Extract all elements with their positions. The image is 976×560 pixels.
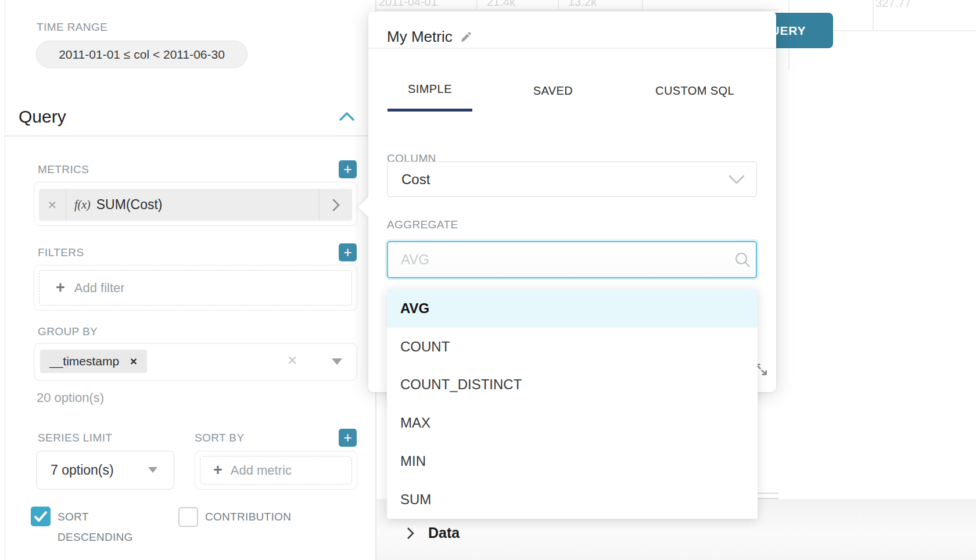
group-by-label: GROUP BY	[38, 325, 98, 338]
metric-expand-button[interactable]	[319, 189, 352, 221]
plus-icon: +	[56, 280, 65, 296]
add-metric-plus-button[interactable]: +	[339, 160, 357, 178]
group-by-select[interactable]: __timestamp ✕ ✕	[34, 343, 357, 380]
aggregate-label: AGGREGATE	[387, 218, 458, 231]
data-panel-header[interactable]: Data	[407, 525, 460, 541]
checkmark-icon	[31, 507, 51, 526]
control-panel: TIME RANGE 2011-01-01 ≤ col < 2011-06-30…	[0, 0, 375, 560]
plus-icon: +	[213, 462, 223, 478]
popover-header-divider	[368, 48, 776, 49]
group-by-chip-label: __timestamp	[49, 354, 119, 368]
popover-title: My Metric	[387, 28, 453, 46]
tab-simple[interactable]: SIMPLE	[387, 70, 472, 112]
section-divider	[5, 135, 372, 137]
table-cell-date: 2011-04-01	[379, 0, 437, 9]
group-by-chip[interactable]: __timestamp ✕	[40, 350, 147, 373]
option-min[interactable]: MIN	[387, 442, 758, 480]
clear-select-icon[interactable]: ✕	[287, 353, 297, 368]
filters-label: FILTERS	[38, 246, 84, 259]
contribution-label: CONTRIBUTION	[205, 507, 291, 527]
collapse-section-icon[interactable]	[339, 112, 355, 121]
add-sort-metric-plus-button[interactable]: +	[339, 429, 357, 447]
table-cell-value1: 21.4k	[487, 0, 515, 9]
caret-down-icon	[148, 467, 157, 473]
chevron-right-icon	[332, 199, 340, 211]
column-select-value: Cost	[401, 162, 430, 196]
column-select[interactable]: Cost	[387, 161, 757, 197]
function-icon: f(x)	[74, 198, 91, 211]
table-gridline	[873, 0, 874, 30]
tab-custom-sql[interactable]: CUSTOM SQL	[634, 70, 756, 112]
table-cell-value2: 13.2k	[568, 0, 597, 9]
add-filter-placeholder: Add filter	[74, 281, 125, 296]
panel-left-edge	[5, 0, 5, 560]
series-limit-select[interactable]: 7 option(s)	[36, 451, 174, 490]
aggregate-input[interactable]	[387, 241, 757, 278]
metric-tabs: SIMPLE SAVED CUSTOM SQL	[387, 70, 756, 112]
option-count[interactable]: COUNT	[387, 328, 758, 366]
sort-descending-label: SORT DESCENDING	[58, 507, 127, 547]
series-limit-label: SERIES LIMIT	[38, 432, 112, 444]
sort-by-container: + Add metric	[195, 451, 357, 490]
table-gridline	[476, 0, 478, 10]
table-gridline	[558, 0, 559, 10]
group-by-options-count: 20 option(s)	[37, 390, 104, 405]
add-filter-dropzone[interactable]: + Add filter	[39, 270, 352, 306]
time-range-label: TIME RANGE	[37, 21, 107, 34]
time-range-pill[interactable]: 2011-01-01 ≤ col < 2011-06-30	[36, 41, 247, 68]
option-sum[interactable]: SUM	[387, 480, 758, 519]
table-gridline	[642, 0, 643, 10]
option-max[interactable]: MAX	[387, 404, 758, 442]
chevron-right-icon	[407, 527, 414, 540]
series-limit-value: 7 option(s)	[51, 451, 114, 489]
contribution-checkbox[interactable]	[178, 507, 198, 527]
caret-down-icon[interactable]	[332, 358, 342, 365]
remove-metric-icon[interactable]: ✕	[39, 189, 66, 221]
chevron-down-icon	[729, 175, 745, 185]
tab-saved[interactable]: SAVED	[511, 70, 595, 112]
metric-container: ✕ f(x) SUM(Cost)	[34, 182, 357, 226]
filters-container: + Add filter	[34, 265, 357, 311]
add-sort-metric-dropzone[interactable]: + Add metric	[200, 456, 352, 484]
option-count-distinct[interactable]: COUNT_DISTINCT	[387, 366, 758, 404]
table-gridline	[375, 9, 778, 10]
data-panel-title: Data	[428, 525, 460, 541]
query-section-title: Query	[19, 107, 66, 127]
edit-pencil-icon[interactable]	[460, 30, 473, 44]
metric-chip[interactable]: ✕ f(x) SUM(Cost)	[39, 189, 352, 221]
option-avg[interactable]: AVG	[387, 289, 758, 328]
explore-view: 2011-04-01 00:00:00 21.4k 13.2k 327.77 R…	[0, 0, 976, 560]
sort-descending-control: SORT DESCENDING	[31, 507, 135, 547]
aggregate-options-menu: AVG COUNT COUNT_DISTINCT MAX MIN SUM	[387, 289, 758, 519]
remove-chip-icon[interactable]: ✕	[130, 356, 137, 367]
sort-descending-checkbox[interactable]	[31, 507, 51, 526]
metric-name: SUM(Cost)	[96, 197, 163, 213]
metrics-label: METRICS	[38, 163, 89, 176]
add-filter-plus-button[interactable]: +	[339, 243, 357, 261]
table-cell-value3: 327.77	[875, 0, 911, 10]
add-metric-placeholder: Add metric	[231, 463, 292, 478]
metric-chip-body[interactable]: f(x) SUM(Cost)	[66, 189, 319, 221]
sort-by-label: SORT BY	[195, 432, 245, 444]
contribution-control: CONTRIBUTION	[178, 507, 291, 527]
